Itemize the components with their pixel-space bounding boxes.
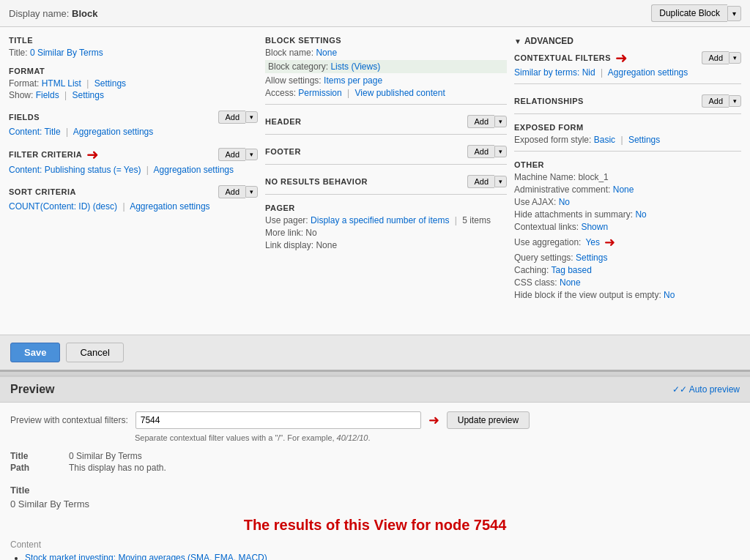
relationships-add-button[interactable]: Add: [702, 94, 729, 108]
caching-value[interactable]: Tag based: [552, 265, 592, 275]
cf-aggregation-link[interactable]: Aggregation settings: [608, 67, 688, 78]
header-add-arrow[interactable]: ▾: [494, 116, 507, 127]
left-column: TITLE Title: 0 Similar By Terms FORMAT F…: [9, 36, 258, 326]
format-value-link[interactable]: HTML List: [42, 78, 81, 89]
filter-add-arrow[interactable]: ▾: [245, 149, 258, 160]
contextual-links-label: Contextual links:: [514, 222, 579, 232]
exposed-form-row: Exposed form style: Basic | Settings: [514, 135, 741, 145]
block-name-label: Block name:: [265, 48, 313, 58]
auto-preview-checkbox[interactable]: ✓ ✓ Auto preview: [672, 384, 740, 395]
sort-section-label: SORT CRITERIA: [9, 187, 76, 196]
machine-name-value: block_1: [578, 172, 608, 182]
admin-comment-label: Administrative comment:: [514, 184, 610, 195]
exposed-form-label: EXPOSED FORM: [514, 123, 741, 132]
css-class-label: CSS class:: [514, 277, 557, 288]
use-aggregation-value[interactable]: Yes: [585, 237, 600, 247]
allow-settings-value[interactable]: Items per page: [324, 75, 382, 86]
duplicate-block-arrow[interactable]: ▾: [727, 6, 741, 21]
sort-aggregation-link[interactable]: Aggregation settings: [130, 201, 209, 212]
preview-arrow-icon: ➜: [428, 412, 439, 428]
admin-comment-value[interactable]: None: [613, 184, 634, 195]
format-settings-link[interactable]: Settings: [94, 78, 126, 89]
content-item-1-link[interactable]: Stock market investing: Moving averages …: [25, 553, 267, 560]
show-fields-link[interactable]: Fields: [36, 90, 59, 100]
filter-header: FILTER CRITERIA ➜ Add ▾: [9, 147, 258, 162]
use-pager-count: 5 items: [462, 215, 491, 225]
use-ajax-value[interactable]: No: [559, 197, 570, 207]
save-button[interactable]: Save: [10, 343, 60, 362]
sep1: [265, 104, 507, 105]
link-display-value: None: [316, 240, 337, 250]
sort-add-group[interactable]: Add ▾: [218, 185, 258, 198]
query-settings-value[interactable]: Settings: [576, 253, 607, 263]
relationships-add-arrow[interactable]: ▾: [729, 95, 741, 107]
cf-add-button[interactable]: Add: [702, 51, 729, 64]
sort-add-arrow[interactable]: ▾: [245, 186, 258, 198]
advanced-triangle-icon: ▼: [514, 37, 521, 45]
show-settings-link[interactable]: Settings: [73, 90, 104, 100]
hide-attach-value[interactable]: No: [635, 209, 646, 220]
block-category-label: Block category:: [268, 61, 328, 72]
right-column: ▼ ADVANCED CONTEXTUAL FILTERS ➜ Add ▾ Si…: [514, 36, 741, 326]
title-link[interactable]: 0 Similar By Terms: [30, 48, 103, 58]
auto-preview-label: ✓ Auto preview: [680, 384, 740, 395]
filter-aggregation-link[interactable]: Aggregation settings: [154, 165, 234, 175]
exposed-form-style-label: Exposed form style:: [514, 135, 591, 145]
sep2: [265, 134, 507, 135]
css-class-value[interactable]: None: [560, 277, 581, 288]
sort-count-link[interactable]: COUNT(Content: ID) (desc): [9, 201, 117, 212]
preview-note: Separate contextual filter values with a…: [135, 433, 740, 442]
hide-block-row: Hide block if the view output is empty: …: [514, 290, 741, 300]
filter-arrow-icon: ➜: [86, 147, 99, 162]
footer-add-arrow[interactable]: ▾: [494, 146, 507, 157]
no-results-label: NO RESULTS BEHAVIOR: [265, 177, 368, 186]
block-name-value[interactable]: None: [316, 48, 337, 58]
use-pager-value[interactable]: Display a specified number of items: [311, 215, 449, 225]
duplicate-btn-group[interactable]: Duplicate Block ▾: [651, 4, 741, 22]
footer-add-button[interactable]: Add: [467, 145, 494, 158]
use-pager-row: Use pager: Display a specified number of…: [265, 215, 507, 225]
sort-header: SORT CRITERIA Add ▾: [9, 185, 258, 198]
section-divider: [0, 370, 750, 372]
exposed-basic-link[interactable]: Basic: [594, 135, 615, 145]
sort-row: COUNT(Content: ID) (desc) | Aggregation …: [9, 201, 258, 212]
cancel-button[interactable]: Cancel: [66, 343, 123, 362]
cf-nid-link[interactable]: Similar by terms: Nid: [514, 67, 595, 78]
caching-row: Caching: Tag based: [514, 265, 741, 275]
fields-aggregation-link[interactable]: Aggregation settings: [73, 127, 153, 137]
pager-section-label: PAGER: [265, 204, 507, 212]
more-link-label: More link:: [265, 228, 303, 238]
no-results-add-button[interactable]: Add: [467, 175, 494, 188]
hide-block-label: Hide block if the view output is empty:: [514, 290, 661, 300]
filter-add-button[interactable]: Add: [218, 148, 245, 161]
filter-add-group[interactable]: Add ▾: [218, 148, 258, 161]
table-row: Title 0 Similar By Terms: [10, 451, 740, 461]
contextual-filters-label: CONTEXTUAL FILTERS: [514, 53, 611, 62]
block-category-value[interactable]: Lists (Views): [330, 61, 380, 72]
access-view-published-link[interactable]: View published content: [355, 88, 445, 98]
hide-block-value[interactable]: No: [664, 290, 675, 300]
r-sep2: [514, 113, 741, 114]
update-preview-button[interactable]: Update preview: [447, 411, 530, 429]
sort-add-button[interactable]: Add: [218, 185, 245, 198]
exposed-settings-link[interactable]: Settings: [628, 135, 660, 145]
preview-filter-input[interactable]: [135, 411, 421, 429]
table-val-path: This display has no path.: [69, 463, 166, 473]
query-settings-label: Query settings:: [514, 253, 573, 263]
filter-publishing-link[interactable]: Content: Publishing status (= Yes): [9, 165, 141, 175]
preview-filter-row: Preview with contextual filters: ➜ Updat…: [10, 411, 740, 429]
main-content: TITLE Title: 0 Similar By Terms FORMAT F…: [0, 27, 750, 335]
fields-add-arrow[interactable]: ▾: [245, 111, 258, 123]
contextual-links-value[interactable]: Shown: [581, 222, 608, 232]
no-results-add-arrow[interactable]: ▾: [494, 176, 507, 187]
fields-content-title-link[interactable]: Content: Title: [9, 127, 61, 137]
duplicate-block-button[interactable]: Duplicate Block: [651, 4, 727, 22]
fields-add-button[interactable]: Add: [218, 111, 245, 124]
cf-add-arrow[interactable]: ▾: [729, 52, 741, 64]
header-add-button[interactable]: Add: [467, 115, 494, 128]
fields-add-group[interactable]: Add ▾: [218, 111, 258, 124]
access-permission-link[interactable]: Permission: [298, 88, 341, 98]
preview-content-label: Content: [10, 540, 740, 550]
caching-label: Caching:: [514, 265, 549, 275]
r-sep1: [514, 83, 741, 84]
